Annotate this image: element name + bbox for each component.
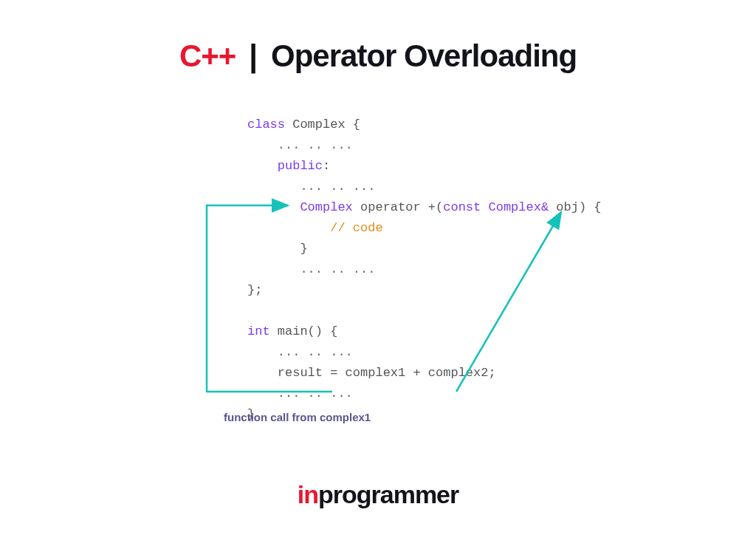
- dots-1: ... .. ...: [247, 138, 353, 152]
- code-block: class Complex { ... .. ... public: ... .…: [247, 115, 602, 425]
- footer-brand: inprogrammer: [298, 480, 459, 508]
- dots-5: ... .. ...: [247, 386, 353, 401]
- colon: :: [323, 159, 330, 173]
- comment: // code: [247, 221, 383, 235]
- ret-type: Complex: [247, 200, 353, 214]
- main: main() {: [270, 324, 338, 338]
- footer: inprogrammer: [0, 480, 756, 509]
- op-sym: +(: [421, 200, 444, 214]
- dots-2: ... .. ...: [247, 180, 375, 194]
- result-line: result = complex1 + complex2;: [247, 366, 496, 380]
- kw-public: public: [247, 159, 323, 173]
- footer-in: in: [298, 480, 318, 508]
- classname: Complex {: [285, 117, 360, 132]
- op-kw: operator: [353, 200, 421, 214]
- footer-rest: programmer: [318, 480, 458, 508]
- kw-class: class: [247, 117, 285, 132]
- kw-const: const: [443, 200, 481, 214]
- amp: Complex&: [481, 200, 549, 214]
- header-divider: |: [249, 38, 258, 74]
- dots-4: ... .. ...: [247, 345, 353, 359]
- header-inner: C++ | Operator Overloading: [179, 38, 577, 74]
- dots-3: ... .. ...: [247, 262, 375, 276]
- header-lang: C++: [179, 38, 236, 74]
- page-header: C++ | Operator Overloading: [0, 38, 756, 74]
- brace-close-2: };: [247, 283, 262, 297]
- annotation-caption: function call from complex1: [224, 411, 371, 423]
- brace-close-1: }: [247, 242, 308, 256]
- header-title: Operator Overloading: [271, 38, 577, 74]
- arg: obj) {: [549, 200, 601, 214]
- kw-int: int: [247, 324, 270, 338]
